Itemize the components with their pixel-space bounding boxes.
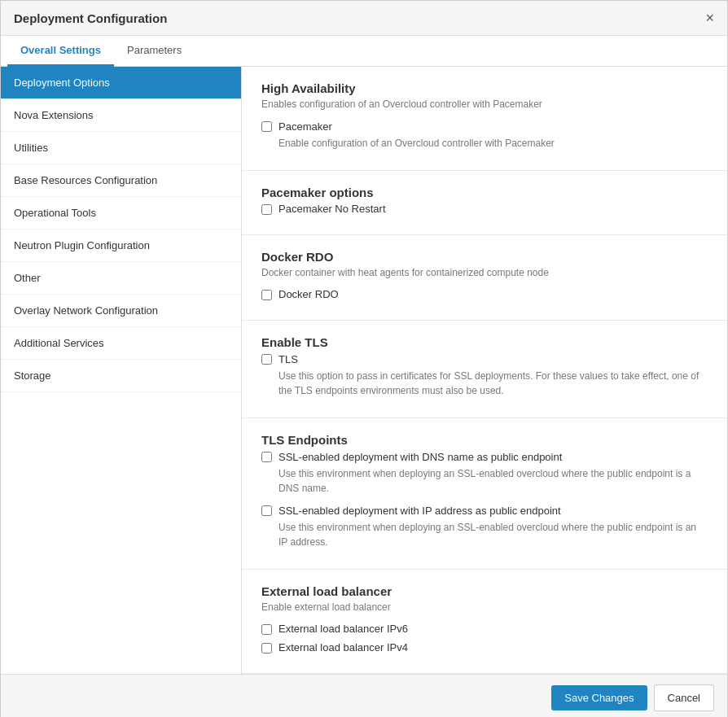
- ssl-ip-desc: Use this environment when deploying an S…: [278, 520, 708, 549]
- docker-rdo-row: Docker RDO: [261, 288, 708, 300]
- ssl-dns-checkbox[interactable]: [261, 452, 272, 462]
- sidebar-item-neutron-plugin[interactable]: Neutron Plugin Configuration: [1, 230, 241, 262]
- cancel-button[interactable]: Cancel: [654, 684, 714, 711]
- section-high-availability: High Availability Enables configuration …: [242, 67, 727, 171]
- elb-ipv4-row: External load balancer IPv4: [261, 641, 708, 654]
- pacemaker-no-restart-checkbox[interactable]: [261, 204, 272, 215]
- sidebar-item-nova-extensions[interactable]: Nova Extensions: [1, 99, 241, 132]
- sidebar: Deployment Options Nova Extensions Utili…: [1, 67, 242, 674]
- high-availability-subtitle: Enables configuration of an Overcloud co…: [261, 98, 708, 110]
- pacemaker-checkbox[interactable]: [261, 121, 272, 132]
- ssl-ip-label[interactable]: SSL-enabled deployment with IP address a…: [278, 505, 561, 517]
- pacemaker-desc: Enable configuration of an Overcloud con…: [278, 136, 555, 151]
- pacemaker-no-restart-label[interactable]: Pacemaker No Restart: [278, 203, 386, 215]
- elb-ipv6-checkbox[interactable]: [261, 624, 272, 635]
- tab-parameters[interactable]: Parameters: [114, 36, 195, 67]
- docker-rdo-title: Docker RDO: [261, 250, 708, 264]
- tls-endpoints-title: TLS Endpoints: [261, 433, 708, 447]
- ssl-dns-desc: Use this environment when deploying an S…: [278, 466, 708, 496]
- tls-checkbox[interactable]: [261, 354, 272, 365]
- sidebar-item-deployment-options[interactable]: Deployment Options: [1, 67, 241, 99]
- pacemaker-label[interactable]: Pacemaker: [278, 120, 332, 133]
- enable-tls-title: Enable TLS: [261, 335, 708, 349]
- elb-subtitle: Enable external load balancer: [261, 601, 708, 613]
- section-external-load-balancer: External load balancer Enable external l…: [242, 570, 727, 674]
- pacemaker-no-restart-row: Pacemaker No Restart: [261, 203, 708, 215]
- section-enable-tls: Enable TLS TLS Use this option to pass i…: [242, 321, 727, 418]
- tls-label[interactable]: TLS: [278, 353, 298, 365]
- docker-rdo-subtitle: Docker container with heat agents for co…: [261, 267, 708, 278]
- ssl-ip-checkbox[interactable]: [261, 505, 272, 516]
- sidebar-item-storage[interactable]: Storage: [1, 360, 241, 392]
- modal-title: Deployment Configuration: [14, 11, 167, 25]
- close-button[interactable]: ×: [705, 11, 714, 25]
- pacemaker-options-title: Pacemaker options: [261, 186, 708, 199]
- modal-container: Deployment Configuration × Overall Setti…: [0, 0, 728, 717]
- pacemaker-row: Pacemaker Enable configuration of an Ove…: [261, 120, 708, 151]
- sidebar-item-utilities[interactable]: Utilities: [1, 132, 241, 164]
- modal-footer: Save Changes Cancel: [1, 674, 727, 717]
- sidebar-item-operational-tools[interactable]: Operational Tools: [1, 197, 241, 230]
- tls-desc: Use this option to pass in certificates …: [278, 369, 708, 398]
- ssl-dns-label[interactable]: SSL-enabled deployment with DNS name as …: [278, 451, 562, 463]
- sidebar-item-additional-services[interactable]: Additional Services: [1, 327, 241, 360]
- section-tls-endpoints: TLS Endpoints SSL-enabled deployment wit…: [242, 418, 727, 570]
- sidebar-item-overlay-network[interactable]: Overlay Network Configuration: [1, 295, 241, 327]
- tls-row: TLS Use this option to pass in certifica…: [261, 352, 708, 398]
- elb-ipv6-label[interactable]: External load balancer IPv6: [278, 623, 408, 635]
- high-availability-title: High Availability: [261, 81, 708, 95]
- elb-title: External load balancer: [261, 584, 708, 598]
- sidebar-item-other[interactable]: Other: [1, 262, 241, 295]
- tabs-bar: Overall Settings Parameters: [1, 36, 727, 67]
- docker-rdo-label[interactable]: Docker RDO: [278, 288, 339, 300]
- elb-ipv4-label[interactable]: External load balancer IPv4: [278, 641, 408, 654]
- ssl-ip-row: SSL-enabled deployment with IP address a…: [261, 504, 708, 549]
- section-pacemaker-options: Pacemaker options Pacemaker No Restart: [242, 171, 727, 235]
- section-docker-rdo: Docker RDO Docker container with heat ag…: [242, 235, 727, 321]
- modal-header: Deployment Configuration ×: [1, 1, 727, 36]
- content-area: High Availability Enables configuration …: [242, 67, 727, 674]
- main-content: Deployment Options Nova Extensions Utili…: [1, 67, 727, 674]
- docker-rdo-checkbox[interactable]: [261, 290, 272, 300]
- tab-overall-settings[interactable]: Overall Settings: [7, 36, 114, 67]
- sidebar-item-base-resources[interactable]: Base Resources Configuration: [1, 164, 241, 197]
- elb-ipv4-checkbox[interactable]: [261, 643, 272, 654]
- ssl-dns-row: SSL-enabled deployment with DNS name as …: [261, 450, 708, 496]
- save-changes-button[interactable]: Save Changes: [551, 685, 647, 710]
- elb-ipv6-row: External load balancer IPv6: [261, 623, 708, 635]
